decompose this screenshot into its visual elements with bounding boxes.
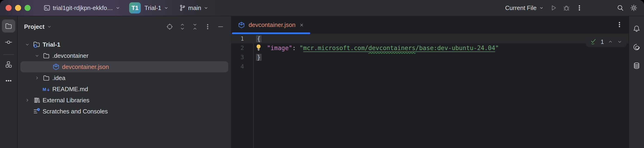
library-icon <box>32 97 41 104</box>
code-token: : <box>292 45 300 52</box>
chevron-down-icon[interactable] <box>23 42 32 47</box>
notifications-bell-icon[interactable] <box>633 25 640 32</box>
chevron-down-icon[interactable] <box>47 24 52 29</box>
structure-icon <box>5 61 12 68</box>
database-icon[interactable] <box>633 62 640 69</box>
minimize-window-button[interactable] <box>15 5 21 11</box>
debug-icon[interactable] <box>563 5 570 11</box>
project-folder-tool-button[interactable] <box>2 20 15 33</box>
devcontainer-cube-icon <box>238 22 245 29</box>
commit-icon <box>5 39 12 46</box>
code-line-2[interactable]: 2 "image": "mcr.microsoft.com/devcontain… <box>231 43 628 53</box>
ai-assistant-icon[interactable] <box>633 43 640 51</box>
branch-name: main <box>188 5 201 12</box>
tree-item-scratches-and-consoles[interactable]: Scratches and Consoles <box>20 106 228 117</box>
line-number[interactable]: 1 <box>231 34 253 43</box>
tree-item-external-libraries[interactable]: External Libraries <box>20 95 228 106</box>
chevron-down-icon <box>539 5 544 11</box>
editor-tab-bar: devcontainer.json <box>231 16 628 34</box>
expand-all-icon[interactable] <box>179 24 186 30</box>
hide-icon[interactable] <box>217 23 224 30</box>
chevron-up-icon[interactable] <box>608 39 613 45</box>
tree-item-readme-md[interactable]: MREADME.md <box>20 83 228 95</box>
line-number[interactable]: 4 <box>231 62 253 71</box>
collapse-all-icon[interactable] <box>192 24 198 30</box>
tree-item-label: .devcontainer <box>52 52 88 59</box>
check-ok-icon <box>590 38 597 45</box>
close-window-button[interactable] <box>6 5 12 11</box>
code-token: mcr.microsoft.com/ <box>303 45 368 52</box>
project-panel-title[interactable]: Project <box>24 23 44 30</box>
inspections-widget[interactable]: 1 <box>586 36 627 47</box>
run-config-label: Current File <box>505 5 536 12</box>
code-token: " <box>300 45 303 52</box>
devcontainer-cube-icon <box>52 63 61 70</box>
code-line-3[interactable]: 3} <box>231 53 628 62</box>
tree-item-label: devcontainer.json <box>62 63 109 71</box>
right-tool-strip <box>628 16 644 148</box>
more-horizontal-icon <box>5 77 12 84</box>
tab-label: devcontainer.json <box>248 21 296 29</box>
chevron-down-icon <box>164 5 169 11</box>
inspection-count: 1 <box>601 38 604 46</box>
git-branch-icon <box>179 5 186 11</box>
more-vertical-icon[interactable] <box>204 23 211 30</box>
project-badge[interactable]: T1 <box>129 2 141 14</box>
code-line-4[interactable]: 4 <box>231 62 628 71</box>
search-icon[interactable] <box>617 4 624 12</box>
code-line-1[interactable]: 1{ <box>231 34 628 43</box>
chevron-down-icon[interactable] <box>32 53 42 58</box>
tree-item-label: .idea <box>52 74 65 82</box>
tool-strip-divider <box>3 54 14 55</box>
line-number[interactable]: 2 <box>231 43 253 53</box>
terminal-icon <box>44 5 50 11</box>
tree-item-label: Trial-1 <box>42 41 60 48</box>
locate-icon[interactable] <box>166 23 173 30</box>
more-vertical-icon[interactable] <box>616 21 623 28</box>
chevron-down-icon <box>204 5 208 11</box>
structure-tool-button[interactable] <box>2 58 15 71</box>
code-editor[interactable]: 1{2 "image": "mcr.microsoft.com/devconta… <box>231 34 628 148</box>
tree-item--devcontainer[interactable]: .devcontainer <box>20 50 228 61</box>
intention-bulb-icon[interactable] <box>255 44 262 53</box>
folder-icon <box>42 74 51 81</box>
project-folder-icon <box>5 22 12 30</box>
code-token: { <box>256 35 262 42</box>
zoom-window-button[interactable] <box>24 5 30 11</box>
project-folder-badge-icon <box>32 41 41 48</box>
code-token: } <box>256 54 262 61</box>
left-tool-strip <box>0 16 18 148</box>
code-token: devcontainers <box>368 45 416 52</box>
chevron-right-icon[interactable] <box>32 75 42 80</box>
settings-gear-icon[interactable] <box>630 4 638 12</box>
tree-item-devcontainer-json[interactable]: devcontainer.json <box>20 61 228 72</box>
chevron-down-icon <box>115 5 120 11</box>
close-icon[interactable] <box>299 23 304 28</box>
code-token: " <box>495 45 499 52</box>
window-title-widget[interactable]: trial1git-rdjkpn-ekkfo… <box>44 5 120 12</box>
tree-item-trial-1[interactable]: Trial-1 <box>20 39 228 50</box>
svg-text:M: M <box>42 87 46 92</box>
project-selector[interactable]: Trial-1 <box>144 5 169 12</box>
title-bar: trial1git-rdjkpn-ekkfo… T1 Trial-1 main … <box>0 0 644 16</box>
more-horizontal-tool-button[interactable] <box>2 74 15 87</box>
chevron-right-icon[interactable] <box>23 98 32 103</box>
line-number[interactable]: 3 <box>231 53 253 62</box>
chevron-down-icon[interactable] <box>617 39 622 45</box>
vcs-branch-selector[interactable]: main <box>179 5 208 12</box>
project-name: Trial-1 <box>144 5 161 12</box>
code-token: "image" <box>267 45 292 52</box>
markdown-icon: M <box>42 86 51 93</box>
window-title: trial1git-rdjkpn-ekkfo… <box>53 5 113 12</box>
tree-item--idea[interactable]: .idea <box>20 72 228 83</box>
run-icon[interactable] <box>550 5 557 11</box>
scratches-icon <box>32 108 41 115</box>
tree-item-label: External Libraries <box>42 97 89 104</box>
more-vertical-icon[interactable] <box>576 5 583 11</box>
run-configuration-selector[interactable]: Current File <box>505 5 544 12</box>
tab-devcontainer-json[interactable]: devcontainer.json <box>232 16 310 34</box>
commit-tool-button[interactable] <box>2 36 15 49</box>
ide-window: trial1git-rdjkpn-ekkfo… T1 Trial-1 main … <box>0 0 644 148</box>
active-tab-indicator <box>232 33 310 34</box>
code-token: /base:dev-ubuntu-24.04 <box>416 45 495 52</box>
